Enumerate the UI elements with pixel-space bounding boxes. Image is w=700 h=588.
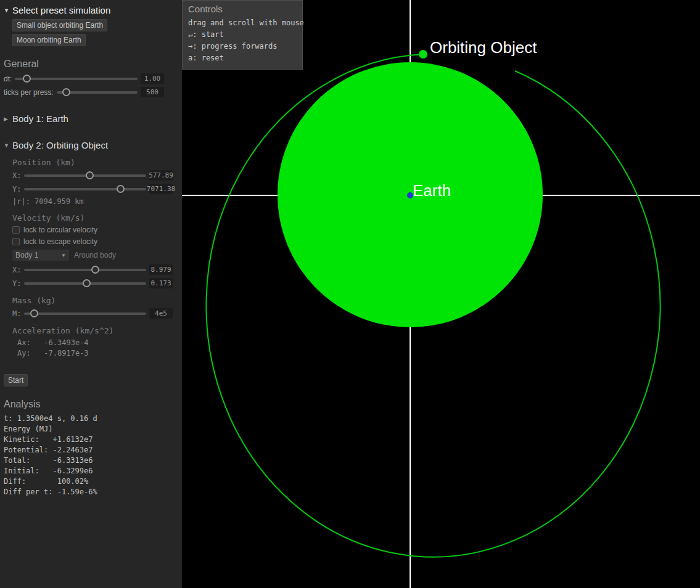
controls-panel-title: Controls — [188, 4, 297, 14]
acceleration-subheader: Acceleration (km/s^2) — [12, 326, 178, 335]
analysis-total: Total: -6.3313e6 — [4, 455, 178, 466]
ticks-slider-row: ticks per press: 500 — [4, 87, 178, 97]
lock-escape-checkbox[interactable] — [12, 238, 20, 245]
position-x-row: X: 577.89 — [12, 170, 178, 181]
simulation-canvas[interactable]: Orbiting Object Earth Controls drag and … — [182, 0, 700, 588]
orbiting-object-label: Orbiting Object — [430, 38, 537, 57]
mass-value[interactable]: 4e5 — [149, 308, 173, 319]
velocity-x-value[interactable]: 8.979 — [149, 264, 173, 275]
chevron-down-icon: ▼ — [4, 142, 10, 149]
mass-slider[interactable] — [24, 309, 146, 318]
lock-circular-label: lock to circular velocity — [23, 226, 97, 234]
controls-hint-mouse: drag and scroll with mouse — [188, 17, 297, 29]
position-x-value[interactable]: 577.89 — [149, 170, 173, 181]
controls-hint-reset: a: reset — [188, 52, 297, 64]
lock-escape-label: lock to escape velocity — [23, 237, 97, 246]
preset-section-title: Select preset simulation — [12, 5, 110, 15]
chevron-down-icon: ▼ — [4, 7, 10, 14]
orbiting-object-dot — [419, 50, 427, 59]
velocity-subheader: Velocity (km/s) — [12, 213, 178, 223]
accel-ay-readout: Ay: -7.8917e-3 — [17, 349, 178, 357]
position-y-slider[interactable] — [24, 185, 146, 194]
controls-hint-start: ↵: start — [188, 29, 297, 41]
around-body-selected: Body 1 — [15, 251, 38, 259]
dt-slider[interactable] — [15, 75, 138, 83]
dropdown-arrow-icon: ▼ — [61, 253, 66, 258]
analysis-section-title: Analysis — [4, 399, 178, 410]
velocity-y-label: Y: — [12, 279, 21, 288]
accel-ax-readout: Ax: -6.3493e-4 — [17, 338, 178, 347]
dt-value[interactable]: 1.00 — [141, 73, 164, 84]
lock-circular-row[interactable]: lock to circular velocity — [12, 226, 178, 234]
app-root: ▼ Select preset simulation Small object … — [0, 0, 700, 588]
analysis-diff: Diff: 100.02% — [4, 476, 178, 487]
controls-panel: Controls drag and scroll with mouse ↵: s… — [182, 0, 303, 70]
body2-section-header[interactable]: ▼ Body 2: Orbiting Object — [4, 140, 178, 150]
start-button[interactable]: Start — [4, 374, 28, 386]
chevron-right-icon: ▶ — [4, 116, 10, 122]
velocity-x-row: X: 8.979 — [12, 264, 178, 275]
velocity-y-slider[interactable] — [24, 279, 146, 288]
dt-slider-row: dt: 1.00 — [4, 73, 178, 84]
position-subheader: Position (km) — [12, 158, 178, 167]
body1-section-title: Body 1: Earth — [12, 113, 68, 124]
position-y-row: Y: 7071.38 — [12, 184, 178, 194]
ticks-value[interactable]: 500 — [141, 87, 164, 97]
analysis-kinetic: Kinetic: +1.6132e7 — [4, 435, 178, 445]
around-body-row: Body 1 ▼ Around body — [12, 250, 178, 261]
mass-label: M: — [12, 309, 21, 318]
analysis-energy-header: Energy (MJ) — [4, 424, 178, 435]
preset-moon-button[interactable]: Moon orbiting Earth — [12, 34, 86, 46]
position-x-slider[interactable] — [24, 171, 146, 180]
velocity-y-value[interactable]: 0.173 — [149, 278, 173, 288]
analysis-potential: Potential: -2.2463e7 — [4, 445, 178, 455]
general-section-title: General — [4, 59, 178, 70]
analysis-time: t: 1.3500e4 s, 0.16 d — [4, 414, 178, 424]
mass-row: M: 4e5 — [12, 308, 178, 319]
body2-section-title: Body 2: Orbiting Object — [12, 140, 108, 150]
position-y-label: Y: — [12, 185, 21, 194]
velocity-x-slider[interactable] — [24, 266, 146, 274]
controls-hint-progress: →: progress forwards — [188, 41, 297, 52]
position-x-label: X: — [12, 171, 21, 180]
around-body-label: Around body — [74, 251, 116, 259]
lock-circular-checkbox[interactable] — [12, 226, 20, 234]
ticks-slider[interactable] — [57, 88, 138, 97]
analysis-diff-per-t: Diff per t: -1.59e-6% — [4, 487, 178, 497]
around-body-select[interactable]: Body 1 ▼ — [12, 250, 69, 261]
lock-escape-row[interactable]: lock to escape velocity — [12, 237, 178, 246]
position-y-value[interactable]: 7071.38 — [149, 184, 173, 194]
velocity-x-label: X: — [12, 266, 21, 274]
preset-section-header[interactable]: ▼ Select preset simulation — [4, 5, 178, 15]
sidebar: ▼ Select preset simulation Small object … — [0, 0, 182, 588]
earth-label: Earth — [413, 181, 451, 200]
velocity-y-row: Y: 0.173 — [12, 278, 178, 288]
dt-label: dt: — [4, 75, 12, 83]
analysis-initial: Initial: -6.3299e6 — [4, 466, 178, 476]
radius-readout: |r|: 7094.959 km — [12, 197, 178, 206]
ticks-label: ticks per press: — [4, 88, 54, 97]
preset-small-object-button[interactable]: Small object orbiting Earth — [12, 19, 107, 31]
mass-subheader: Mass (kg) — [12, 296, 178, 305]
body1-section-header[interactable]: ▶ Body 1: Earth — [4, 113, 178, 124]
simulation-svg[interactable]: Orbiting Object Earth — [182, 0, 700, 588]
